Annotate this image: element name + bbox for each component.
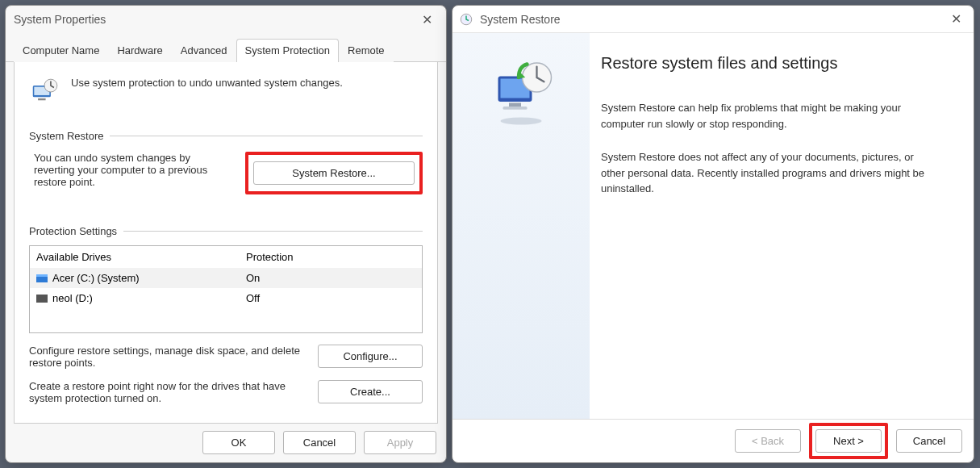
window-title: System Restore <box>480 13 561 26</box>
configure-button[interactable]: Configure... <box>318 345 423 368</box>
cancel-button[interactable]: Cancel <box>283 431 356 454</box>
svg-point-5 <box>501 118 542 125</box>
wizard-paragraph: System Restore does not affect any of yo… <box>601 149 940 197</box>
tab-hardware[interactable]: Hardware <box>108 39 171 62</box>
wizard-content: Restore system files and settings System… <box>590 33 974 419</box>
restore-hero-icon <box>485 56 557 128</box>
dialog-footer: OK Cancel Apply <box>202 431 436 454</box>
svg-rect-2 <box>38 98 46 100</box>
back-button: < Back <box>735 429 801 453</box>
configure-description: Configure restore settings, manage disk … <box>29 345 307 369</box>
section-title-protection: Protection Settings <box>29 225 117 237</box>
close-icon[interactable]: ✕ <box>415 12 438 27</box>
divider <box>123 231 423 232</box>
drive-icon <box>36 274 48 282</box>
tabstrip: Computer Name Hardware Advanced System P… <box>6 38 446 62</box>
wizard-sidebar <box>452 33 590 419</box>
col-protection: Protection <box>240 246 422 268</box>
restore-icon <box>459 12 473 27</box>
drives-table: Available Drives Protection Acer (C:) (S… <box>29 245 423 333</box>
table-row[interactable]: Acer (C:) (System) On <box>30 268 422 288</box>
titlebar[interactable]: System Properties ✕ <box>6 6 446 33</box>
create-button[interactable]: Create... <box>318 380 423 403</box>
drive-icon <box>36 295 48 303</box>
tab-panel-system-protection: Use system protection to undo unwanted s… <box>14 62 438 424</box>
system-properties-window: System Properties ✕ Computer Name Hardwa… <box>5 5 447 463</box>
section-title-restore: System Restore <box>29 130 103 142</box>
cancel-button[interactable]: Cancel <box>896 429 962 453</box>
tab-advanced[interactable]: Advanced <box>172 39 236 62</box>
divider <box>110 136 423 136</box>
window-title: System Properties <box>14 13 106 26</box>
highlight-next: Next > <box>809 423 888 459</box>
wizard-paragraph: System Restore can help fix problems tha… <box>601 100 940 132</box>
shield-monitor-icon <box>29 77 60 111</box>
tab-system-protection[interactable]: System Protection <box>236 39 340 62</box>
restore-description: You can undo system changes by reverting… <box>29 152 234 188</box>
svg-rect-8 <box>509 103 521 107</box>
apply-button: Apply <box>364 431 436 454</box>
create-description: Create a restore point right now for the… <box>29 380 307 404</box>
wizard-heading: Restore system files and settings <box>601 54 949 73</box>
drive-protection: Off <box>240 288 422 308</box>
close-icon[interactable]: ✕ <box>945 11 967 27</box>
wizard-footer: < Back Next > Cancel <box>452 419 974 462</box>
drive-protection: On <box>240 268 422 288</box>
ok-button[interactable]: OK <box>202 431 275 454</box>
system-restore-window: System Restore ✕ Restore system files an… <box>452 5 974 463</box>
system-restore-button[interactable]: System Restore... <box>253 161 415 185</box>
col-drives: Available Drives <box>30 246 240 268</box>
svg-rect-9 <box>503 107 528 110</box>
drive-name: neol (D:) <box>52 292 93 304</box>
table-row[interactable]: neol (D:) Off <box>30 288 422 308</box>
titlebar[interactable]: System Restore ✕ <box>452 6 974 33</box>
next-button[interactable]: Next > <box>815 429 882 453</box>
tab-remote[interactable]: Remote <box>339 39 394 62</box>
tab-computer-name[interactable]: Computer Name <box>14 39 108 62</box>
intro-text: Use system protection to undo unwanted s… <box>71 77 343 89</box>
drive-name: Acer (C:) (System) <box>52 272 140 284</box>
highlight-system-restore: System Restore... <box>245 152 423 194</box>
table-header: Available Drives Protection <box>30 246 422 268</box>
